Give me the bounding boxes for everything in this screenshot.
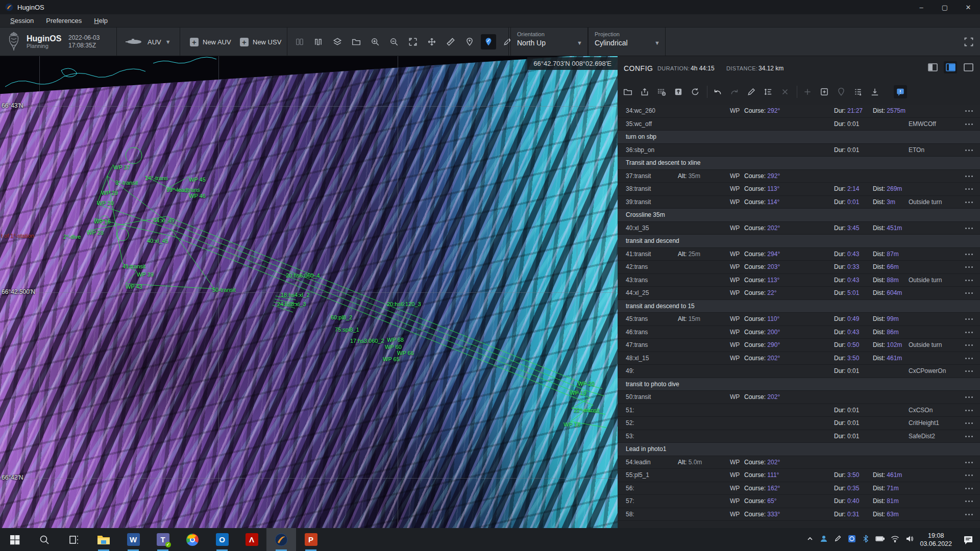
row-menu-icon[interactable] [965,482,973,495]
section-row[interactable]: Lead in photo1 [618,443,980,456]
row-menu-icon[interactable] [965,105,973,117]
row-menu-icon[interactable] [965,287,973,299]
teams-taskbar-icon[interactable]: T✓ [148,528,178,551]
projection-dropdown[interactable]: Projection Cylindrical ▼ [588,28,666,56]
powerpoint-taskbar-icon[interactable]: P [296,528,326,551]
add-waypoint-pin-icon[interactable] [462,34,477,49]
section-row[interactable]: transit and descend [618,235,980,248]
waypoint-row[interactable]: 53:Dur: 0:01SafeDist2 [618,430,980,443]
split-view-icon[interactable] [292,34,307,49]
outlook-taskbar-icon[interactable]: O [207,528,237,551]
refresh-icon[interactable] [689,85,702,98]
folder-icon[interactable] [349,34,364,49]
fit-screen-icon[interactable] [405,34,421,49]
measure-icon[interactable] [443,34,458,49]
waypoint-row[interactable]: 44:xl_25WPCourse: 22°Dur: 5:01Dist: 604m [618,287,980,300]
pan-icon[interactable] [424,34,439,49]
row-menu-icon[interactable] [965,170,973,183]
fullscreen-icon[interactable] [964,28,974,56]
word-taskbar-icon[interactable]: W [118,528,148,551]
close-icon[interactable]: ✕ [957,0,980,14]
section-row[interactable]: transit to photo dive [618,378,980,391]
row-menu-icon[interactable] [965,248,973,261]
acrobat-taskbar-icon[interactable]: Λ [237,528,266,551]
waypoint-row[interactable]: 47:transWPCourse: 290°Dur: 0:50Dist: 102… [618,339,980,352]
orientation-dropdown[interactable]: Orientation North Up ▼ [510,28,588,56]
layout-left-icon[interactable] [926,61,939,73]
waypoint-row[interactable]: 48:xl_15WPCourse: 202°Dur: 3:50Dist: 461… [618,352,980,365]
waypoint-row[interactable]: 56:WPCourse: 162°Dur: 0:35Dist: 71m [618,482,980,495]
row-menu-icon[interactable] [965,144,973,157]
waypoint-row[interactable]: 40:xl_35WPCourse: 202°Dur: 3:45Dist: 451… [618,222,980,235]
export-icon[interactable] [638,85,651,98]
line-list-icon[interactable] [762,85,775,98]
waypoint-row[interactable]: 42:transWPCourse: 203°Dur: 0:33Dist: 66m [618,261,980,274]
layout-full-icon[interactable] [962,61,975,73]
row-menu-icon[interactable] [965,430,973,443]
grid-add-icon[interactable] [655,85,668,98]
list-flow-icon[interactable] [851,85,865,98]
chrome-taskbar-icon[interactable] [178,528,207,551]
row-menu-icon[interactable] [965,508,973,521]
waypoint-row[interactable]: 36:sbp_onDur: 0:01ETOn [618,144,980,157]
close-x-icon[interactable] [778,85,792,98]
waypoint-row[interactable]: 41:transitAlt: 25mWPCourse: 294°Dur: 0:4… [618,248,980,261]
task-view-taskbar-icon[interactable] [59,528,89,551]
section-row[interactable]: Crossline 35m [618,209,980,222]
download-icon[interactable] [868,85,881,98]
waypoint-row[interactable]: 46:transWPCourse: 200°Dur: 0:43Dist: 86m [618,326,980,339]
waypoint-row[interactable]: 37:transitAlt: 35mWPCourse: 292° [618,170,980,183]
plus-icon[interactable] [801,85,814,98]
tile-app-tray-icon[interactable] [848,535,856,545]
map-view[interactable]: WP 373°-transit14°-transWP 4599°-leadtra… [0,56,618,528]
waypoint-row[interactable]: 39:transitWPCourse: 114°Dur: 0:01Dist: 3… [618,196,980,209]
layout-main-icon[interactable] [944,61,957,73]
import-box-icon[interactable] [672,85,685,98]
taskbar-clock[interactable]: 19:08 03.06.2022 [920,528,952,551]
row-menu-icon[interactable] [965,339,973,352]
search-taskbar-icon[interactable] [30,528,59,551]
row-menu-icon[interactable] [965,261,973,273]
waypoint-row[interactable]: 34:wc_260WPCourse: 292°Dur: 21:27Dist: 2… [618,105,980,118]
redo-icon[interactable] [728,85,741,98]
huginos-taskbar-icon[interactable] [266,528,296,551]
comment-note-icon[interactable] [894,85,907,98]
minimize-icon[interactable]: – [910,0,933,14]
menu-session[interactable]: Session [4,17,40,24]
edit-pencil-icon[interactable] [745,85,758,98]
row-menu-icon[interactable] [965,222,973,235]
new-auv-button[interactable]: + New AUV [190,28,231,56]
row-menu-icon[interactable] [965,118,973,131]
zoom-in-icon[interactable] [368,34,383,49]
row-menu-icon[interactable] [965,196,973,209]
row-menu-icon[interactable] [965,183,973,195]
menu-help[interactable]: Help [88,17,114,24]
section-row[interactable]: transit and descend to 15 [618,300,980,313]
waypoint-row[interactable]: 52:Dur: 0:01CritHeight1 [618,417,980,430]
row-menu-icon[interactable] [965,404,973,417]
waypoint-row[interactable]: 57:WPCourse: 65°Dur: 0:40Dist: 81m [618,495,980,508]
row-menu-icon[interactable] [965,469,973,482]
waypoint-row[interactable]: 50:transitWPCourse: 202° [618,391,980,404]
undo-icon[interactable] [711,85,724,98]
survey-pattern-icon[interactable] [311,34,326,49]
waypoint-row[interactable]: 35:wc_offDur: 0:01EMWCOff [618,118,980,131]
chevron-up-tray-icon[interactable] [806,535,814,544]
zoom-out-icon[interactable] [386,34,402,49]
waypoint-row[interactable]: 51:Dur: 0:01CxCSOn [618,404,980,417]
person-tray-icon[interactable] [820,535,828,545]
volume-tray-icon[interactable] [905,535,914,545]
pin-small-icon[interactable] [835,85,848,98]
section-row[interactable]: turn on sbp [618,131,980,144]
notification-center-icon[interactable] [963,528,974,551]
waypoint-row[interactable]: 58:WPCourse: 333°Dur: 0:31Dist: 63m [618,508,980,521]
wifi-tray-icon[interactable] [891,535,899,544]
folder-icon[interactable] [621,85,634,98]
layers-icon[interactable] [330,34,345,49]
waypoint-row[interactable]: 55:pl5_1WPCourse: 111°Dur: 3:50Dist: 461… [618,469,980,482]
auv-selector[interactable]: AUV ▼ [125,28,171,56]
battery-tray-icon[interactable] [875,535,885,544]
waypoint-row[interactable]: 54:leadinAlt: 5.0mWPCourse: 202° [618,456,980,469]
file-explorer-taskbar-icon[interactable] [89,528,118,551]
row-menu-icon[interactable] [965,352,973,365]
